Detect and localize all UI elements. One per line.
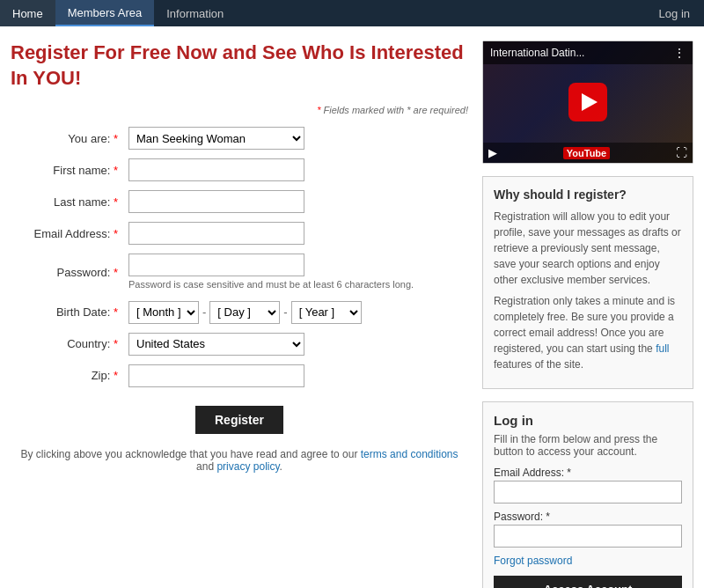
country-select[interactable]: United States [128, 333, 304, 356]
nav-home[interactable]: Home [0, 0, 55, 26]
password-input[interactable] [128, 254, 304, 276]
terms-text: By clicking above you acknowledge that y… [11, 448, 468, 473]
last-name-input[interactable] [128, 190, 304, 213]
password-hint: Password is case sensitive and must be a… [128, 276, 465, 291]
nav-login[interactable]: Log in [645, 0, 704, 26]
nav-members-area[interactable]: Members Area [55, 0, 155, 26]
country-label: Country: * [11, 328, 125, 360]
registration-form: You are: * Man Seeking Woman Woman Seeki… [11, 122, 468, 391]
login-email-input[interactable] [494, 481, 682, 503]
video-play-button[interactable] [568, 83, 607, 121]
right-column: International Datin... ⋮ ▶ YouTube ⛶ Why… [482, 40, 693, 588]
why-register-box: Why should I register? Registration will… [482, 176, 693, 389]
you-are-label: You are: * [11, 122, 125, 154]
video-box[interactable]: International Datin... ⋮ ▶ YouTube ⛶ [482, 40, 693, 164]
login-description: Fill in the form below and press the but… [494, 433, 682, 458]
login-box: Log in Fill in the form below and press … [482, 401, 693, 588]
date-sep-1: - [202, 305, 206, 319]
terms-link[interactable]: terms and conditions [361, 448, 458, 460]
page-title: Register For Free Now and See Who Is Int… [11, 40, 468, 91]
login-password-input[interactable] [494, 525, 682, 548]
video-title: International Datin... [490, 47, 584, 59]
email-label: Email Address: * [11, 217, 125, 249]
required-note: * Fields marked with * are required! [11, 105, 468, 115]
login-password-label: Password: * [494, 511, 682, 523]
main-nav: Home Members Area Information Log in [0, 0, 704, 26]
date-sep-2: - [283, 305, 287, 319]
login-email-label: Email Address: * [494, 467, 682, 479]
full-features-link[interactable]: full [656, 342, 669, 355]
why-register-para1: Registration will allow you to edit your… [494, 209, 682, 288]
video-play-small-icon[interactable]: ▶ [488, 146, 497, 159]
access-account-button[interactable]: Access Account [494, 576, 682, 588]
first-name-label: First name: * [11, 154, 125, 186]
email-input[interactable] [128, 222, 304, 245]
privacy-link[interactable]: privacy policy [216, 460, 279, 473]
video-bottom-bar: ▶ YouTube ⛶ [483, 143, 693, 163]
first-name-input[interactable] [128, 158, 304, 181]
video-fullscreen-icon[interactable]: ⛶ [676, 146, 687, 159]
birth-day-select[interactable]: [ Day ] [209, 301, 280, 324]
nav-information[interactable]: Information [154, 0, 236, 26]
why-register-para2: Registration only takes a minute and is … [494, 293, 682, 372]
left-column: Register For Free Now and See Who Is Int… [11, 40, 468, 588]
zip-input[interactable] [128, 364, 304, 387]
play-triangle-icon [582, 93, 598, 111]
zip-label: Zip: * [11, 360, 125, 392]
why-register-heading: Why should I register? [494, 187, 682, 202]
login-heading: Log in [494, 413, 682, 428]
birth-month-select[interactable]: [ Month ] [128, 301, 199, 324]
video-top-bar: International Datin... ⋮ [483, 41, 693, 64]
you-are-select[interactable]: Man Seeking Woman Woman Seeking Man Man … [128, 127, 304, 150]
video-options-icon[interactable]: ⋮ [673, 46, 686, 60]
youtube-logo: YouTube [563, 147, 610, 159]
forgot-password-link[interactable]: Forgot password [494, 555, 682, 567]
birth-year-select[interactable]: [ Year ] [291, 301, 362, 324]
page-wrapper: Register For Free Now and See Who Is Int… [0, 26, 704, 588]
password-label: Password: * [11, 249, 125, 296]
birth-date-label: Birth Date: * [11, 297, 125, 328]
last-name-label: Last name: * [11, 186, 125, 217]
register-button[interactable]: Register [195, 406, 283, 434]
